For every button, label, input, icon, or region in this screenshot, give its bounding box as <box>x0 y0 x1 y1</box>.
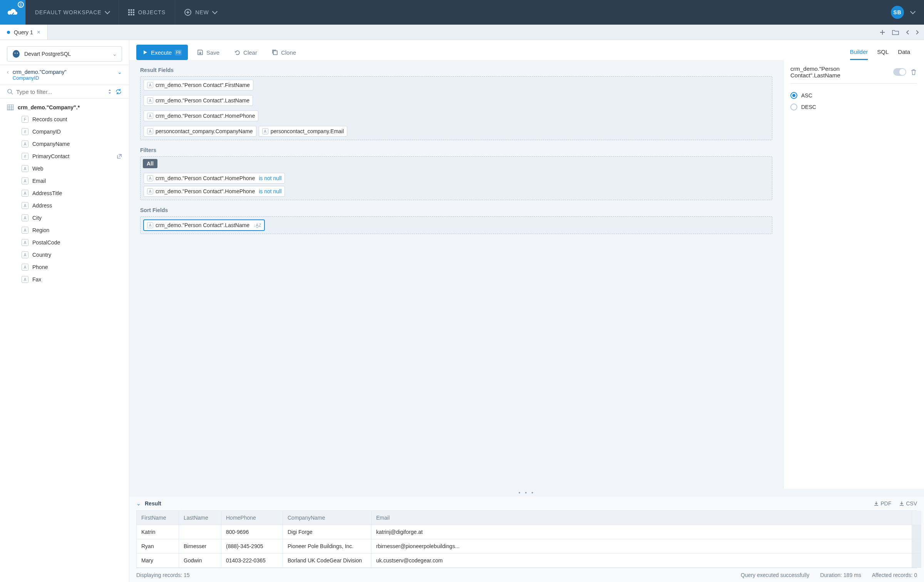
table-cell: katrinj@digiforge.at <box>372 525 912 539</box>
pane-divider[interactable]: • • • <box>129 489 924 497</box>
objects-menu[interactable]: OBJECTS <box>119 0 175 25</box>
play-icon <box>142 50 148 55</box>
breadcrumb-title: crm_demo."Company" <box>13 69 114 75</box>
clone-icon <box>272 49 278 55</box>
tree-item[interactable]: ACompanyName <box>0 138 129 150</box>
app-logo[interactable]: β <box>0 0 25 25</box>
results-pane: ⌄ Result PDF CSV FirstNameLastNameHomePh… <box>129 497 924 582</box>
column-header[interactable]: HomePhone <box>221 511 283 525</box>
filter-input[interactable] <box>16 89 104 95</box>
connection-dropdown[interactable]: Devart PostgreSQL ⌄ <box>7 46 122 62</box>
chevron-down-icon <box>105 9 110 14</box>
properties-panel: crm_demo."Person Contact".LastName ASC D… <box>783 60 924 489</box>
tree-item[interactable]: ARegion <box>0 224 129 236</box>
column-header[interactable]: FirstName <box>137 511 179 525</box>
trash-icon[interactable] <box>910 69 917 75</box>
builder-canvas: Result Fields Acrm_demo."Person Contact"… <box>129 60 783 489</box>
table-cell: 800-9696 <box>221 525 283 539</box>
tree-item[interactable]: ACountry <box>0 249 129 261</box>
field-chip[interactable]: Acrm_demo."Person Contact".HomePhone <box>144 110 258 121</box>
filters-area[interactable]: All Acrm_demo."Person Contact".HomePhone… <box>140 156 772 200</box>
execute-button[interactable]: Execute F9 <box>136 45 188 60</box>
tab-data[interactable]: Data <box>898 45 910 60</box>
table-row[interactable]: RyanBirnesser(888)-345-2905Pioneer Pole … <box>137 539 917 554</box>
undo-icon <box>234 49 240 55</box>
sort-chip[interactable]: Acrm_demo."Person Contact".LastName↓A̲Z <box>144 220 264 231</box>
radio-desc[interactable]: DESC <box>790 101 917 113</box>
radio-asc[interactable]: ASC <box>790 90 917 101</box>
tab-sql[interactable]: SQL <box>877 45 889 60</box>
sort-fields-area[interactable]: Acrm_demo."Person Contact".LastName↓A̲Z <box>140 216 772 234</box>
clear-button[interactable]: Clear <box>229 45 263 60</box>
table-cell: Godwin <box>179 554 221 568</box>
export-pdf[interactable]: PDF <box>874 500 891 507</box>
clone-button[interactable]: Clone <box>266 45 301 60</box>
field-chip[interactable]: Acrm_demo."Person Contact".FirstName <box>144 80 253 90</box>
tree-item[interactable]: AAddressTitle <box>0 187 129 199</box>
save-icon <box>197 49 203 55</box>
workspace-dropdown[interactable]: DEFAULT WORKSPACE <box>25 0 119 25</box>
user-menu[interactable]: SB <box>882 0 924 25</box>
breadcrumb-sub[interactable]: CompanyID <box>13 75 114 81</box>
tab-builder[interactable]: Builder <box>850 45 868 60</box>
table-cell: Ryan <box>137 539 179 554</box>
table-row[interactable]: Katrin800-9696Digi Forgekatrinj@digiforg… <box>137 525 917 539</box>
chevron-down-icon[interactable]: ⌄ <box>117 69 122 75</box>
field-tree: crm_demo."Company".* FRecords count#Comp… <box>0 99 129 289</box>
tree-item[interactable]: AWeb <box>0 162 129 175</box>
tree-item[interactable]: #PrimaryContact <box>0 150 129 162</box>
field-toggle[interactable] <box>893 68 906 76</box>
type-badge: # <box>22 128 28 135</box>
chevron-down-icon <box>212 9 218 14</box>
view-tabs: Builder SQL Data <box>850 45 917 60</box>
column-header[interactable]: Email <box>372 511 912 525</box>
close-icon[interactable]: × <box>37 29 40 36</box>
tree-item[interactable]: APostalCode <box>0 236 129 249</box>
radio-on-icon <box>790 92 797 99</box>
folder-open-icon[interactable] <box>892 29 899 35</box>
refresh-icon[interactable] <box>115 88 122 95</box>
result-grid: FirstNameLastNameHomePhoneCompanyNameEma… <box>136 510 917 568</box>
field-chip[interactable]: Apersoncontact_company.Email <box>259 126 347 137</box>
svg-point-4 <box>8 89 12 93</box>
chevron-right-icon[interactable] <box>916 30 919 35</box>
svg-point-3 <box>17 53 18 54</box>
tree-root[interactable]: crm_demo."Company".* <box>0 102 129 113</box>
column-header[interactable]: CompanyName <box>283 511 372 525</box>
table-cell: Mary <box>137 554 179 568</box>
new-dropdown[interactable]: NEW <box>175 0 226 25</box>
type-badge: A <box>147 82 153 88</box>
tab-query-1[interactable]: Query 1 × <box>0 25 48 40</box>
shortcut-badge: F9 <box>175 50 182 55</box>
tree-item[interactable]: APhone <box>0 261 129 273</box>
filter-all-badge[interactable]: All <box>143 159 157 168</box>
grid-icon <box>128 9 134 15</box>
plus-icon[interactable] <box>879 29 886 35</box>
tree-item[interactable]: AAddress <box>0 199 129 212</box>
filter-chip[interactable]: Acrm_demo."Person Contact".HomePhoneis n… <box>144 173 285 184</box>
type-badge: A <box>147 222 153 228</box>
table-row[interactable]: MaryGodwin01403-222-0365Borland UK CodeG… <box>137 554 917 568</box>
column-header[interactable]: LastName <box>179 511 221 525</box>
sort-icon[interactable] <box>107 89 112 95</box>
type-badge: A <box>22 165 28 172</box>
field-chip[interactable]: Apersoncontact_company.CompanyName <box>144 126 256 137</box>
status-affected: Affected records: 0 <box>872 572 917 578</box>
tree-item[interactable]: ACity <box>0 212 129 224</box>
tree-item[interactable]: #CompanyID <box>0 125 129 138</box>
result-fields-area[interactable]: Acrm_demo."Person Contact".FirstNameAcrm… <box>140 76 772 140</box>
filter-row <box>0 85 129 99</box>
field-chip[interactable]: Acrm_demo."Person Contact".LastName <box>144 95 253 106</box>
search-icon <box>7 89 13 95</box>
chevron-left-icon[interactable] <box>906 30 909 35</box>
statusbar: Displaying records: 15 Query executed su… <box>129 568 924 582</box>
tree-item[interactable]: AEmail <box>0 175 129 187</box>
filter-chip[interactable]: Acrm_demo."Person Contact".HomePhoneis n… <box>144 186 285 197</box>
tree-item[interactable]: AFax <box>0 273 129 286</box>
export-csv[interactable]: CSV <box>899 500 917 507</box>
type-badge: A <box>22 227 28 234</box>
chevron-left-icon[interactable]: ‹ <box>7 69 9 75</box>
chevron-down-icon[interactable]: ⌄ <box>136 500 141 507</box>
save-button[interactable]: Save <box>192 45 225 60</box>
tree-item[interactable]: FRecords count <box>0 113 129 125</box>
